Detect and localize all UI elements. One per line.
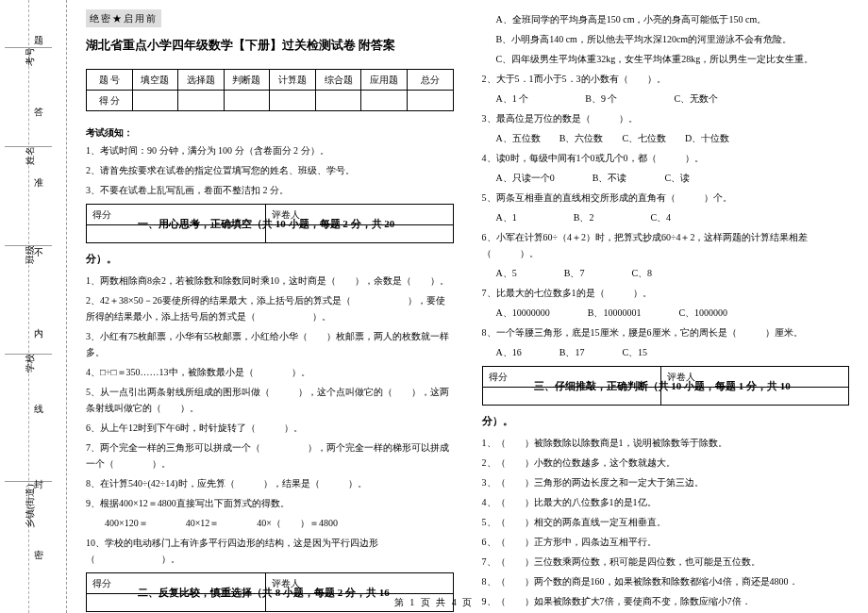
secret-label: 绝密★启用前: [86, 9, 161, 27]
seal-char: 线: [31, 396, 44, 402]
q: 5、从一点引出两条射线所组成的图形叫做（ ），这个点叫做它的（ ），这两条射线叫…: [86, 384, 454, 416]
margin-field-class: 班级: [24, 245, 37, 264]
content-columns: 绝密★启用前 湖北省重点小学四年级数学【下册】过关检测试卷 附答案 题 号 填空…: [67, 0, 868, 613]
margin-blank: [5, 481, 52, 482]
opt: C、四年级男生平均体重32kg，女生平均体重28kg，所以男生一定比女生重。: [496, 51, 850, 67]
q: 7、比最大的七位数多1的是（ ）。: [482, 285, 850, 301]
q: 3、（ ）三角形的两边长度之和一定大于第三边。: [482, 474, 850, 490]
margin-field-exam-no: 考号: [24, 47, 37, 66]
q: 1、（ ）被除数除以除数商是1，说明被除数等于除数。: [482, 435, 850, 451]
margin-field-school: 学校: [24, 354, 37, 373]
q: 8、（ ）两个数的商是160，如果被除数和除数都缩小4倍，商还是4800．: [482, 573, 850, 589]
seal-char: 准: [31, 170, 44, 175]
th: 选择题: [178, 70, 225, 91]
total-score-table: 题 号 填空题 选择题 判断题 计算题 综合题 应用题 总分 得 分: [86, 69, 454, 111]
seal-char: 不: [31, 240, 44, 246]
q: 5、（ ）相交的两条直线一定互相垂直。: [482, 514, 850, 530]
td: [224, 91, 270, 111]
q: 2、（ ）小数的位数越多，这个数就越大。: [482, 455, 850, 471]
margin-blank: [5, 47, 52, 48]
q: 6、小军在计算60÷（4＋2）时，把算式抄成60÷4＋2，这样两题的计算结果相差…: [482, 229, 850, 261]
th: 题 号: [87, 70, 133, 91]
right-column: A、全班同学的平均身高是150 cm，小亮的身高可能低于150 cm。 B、小明…: [482, 9, 850, 594]
section-3-tail: 分）。: [482, 412, 850, 430]
notice-item: 1、考试时间：90 分钟，满分为 100 分（含卷面分 2 分）。: [86, 142, 454, 158]
q: 8、在计算540÷(42÷14)时，应先算（ ），结果是（ ）。: [86, 475, 454, 491]
margin-blank: [5, 245, 52, 246]
q: 1、两数相除商8余2，若被除数和除数同时乘10，这时商是（ ），余数是（ ）。: [86, 273, 454, 289]
q: 5、两条互相垂直的直线相交所形成的直角有（ ）个。: [482, 190, 850, 206]
margin-blank: [5, 354, 52, 355]
td: [132, 91, 178, 111]
q: 10、学校的电动移门上有许多平行四边形的结构，这是因为平行四边形（ ）。: [86, 535, 454, 567]
margin-field-name: 姓名: [24, 146, 37, 165]
q: 2、大于5．1而小于5．3的小数有（ ）。: [482, 71, 850, 87]
seal-char: 内: [31, 321, 44, 326]
margin-field-town: 乡镇(街道): [24, 484, 37, 528]
seal-char: 封: [31, 472, 44, 477]
table-row: 得 分: [87, 91, 454, 111]
th: 应用题: [361, 70, 408, 91]
q: 4、□÷□＝350……13中，被除数最小是（ ）。: [86, 364, 454, 380]
td: [407, 91, 453, 111]
opt: A、10000000 B、10000001 C、1000000: [496, 305, 850, 321]
opt: A、1 B、2 C、4: [496, 209, 850, 225]
q: 7、两个完全一样的三角形可以拼成一个（ ），两个完全一样的梯形可以拼成一个（ ）…: [86, 439, 454, 472]
section-1-tail: 分）。: [86, 250, 454, 268]
td: 得 分: [87, 91, 133, 111]
th: 判断题: [224, 70, 270, 91]
notice-title: 考试须知：: [86, 124, 454, 141]
notice-item: 2、请首先按要求在试卷的指定位置填写您的姓名、班级、学号。: [86, 162, 454, 178]
left-column: 绝密★启用前 湖北省重点小学四年级数学【下册】过关检测试卷 附答案 题 号 填空…: [86, 9, 454, 594]
opt: A、5 B、7 C、8: [496, 265, 850, 281]
seal-char: 题: [31, 28, 44, 34]
opt: A、只读一个0 B、不读 C、读: [496, 170, 850, 186]
binding-margin: 考号 姓名 班级 学校 乡镇(街道) 题 答 准 不 内 线 封 密: [0, 0, 67, 613]
table-row: 题 号 填空题 选择题 判断题 计算题 综合题 应用题 总分: [87, 70, 454, 91]
q: 8、一个等腰三角形，底是15厘米，腰是6厘米，它的周长是（ ）厘米。: [482, 324, 850, 340]
q: 7、（ ）三位数乘两位数，积可能是四位数，也可能是五位数。: [482, 554, 850, 570]
th: 计算题: [270, 70, 316, 91]
margin-blank: [5, 146, 52, 147]
section-3-head: 三、仔细推敲，正确判断（共 10 小题，每题 1 分，共 10: [482, 377, 850, 395]
q: 3、小红有75枚邮票，小华有55枚邮票，小红给小华（ ）枚邮票，两人的枚数就一样…: [86, 328, 454, 360]
page-footer: 第 1 页 共 4 页: [0, 596, 868, 609]
q: 2、42＋38×50－26要使所得的结果最大，添上括号后的算式是（ ），要使所得…: [86, 292, 454, 324]
q: 4、读0时，每级中间有1个0或几个0，都（ ）。: [482, 150, 850, 166]
td: [270, 91, 316, 111]
section-1-head: 一、用心思考，正确填空（共 10 小题，每题 2 分，共 20: [86, 215, 454, 233]
paper-title: 湖北省重点小学四年级数学【下册】过关检测试卷 附答案: [86, 35, 454, 56]
opt: A、1 个 B、9 个 C、无数个: [496, 91, 850, 107]
td: [361, 91, 408, 111]
q: 6、（ ）正方形中，四条边互相平行。: [482, 534, 850, 550]
opt: A、16 B、17 C、15: [496, 344, 850, 360]
notice-item: 3、不要在试卷上乱写乱画，卷面不整洁扣 2 分。: [86, 182, 454, 198]
opt: A、全班同学的平均身高是150 cm，小亮的身高可能低于150 cm。: [496, 11, 850, 27]
seal-char: 密: [31, 542, 44, 548]
opt: B、小明身高140 cm，所以他去平均水深120cm的河里游泳不会有危险。: [496, 31, 850, 47]
q: 3、最高位是万位的数是（ ）。: [482, 110, 850, 126]
th: 填空题: [132, 70, 178, 91]
opt: A、五位数 B、六位数 C、七位数 D、十位数: [496, 130, 850, 146]
th: 总分: [407, 70, 453, 91]
q: 6、从上午12时到下午6时，时针旋转了（ ）。: [86, 420, 454, 436]
q: 9、根据400×12＝4800直接写出下面算式的得数。: [86, 495, 454, 511]
td: [178, 91, 225, 111]
q: 400×120＝ 40×12＝ 40×（ ）＝4800: [86, 515, 454, 531]
seal-char: 答: [31, 99, 44, 105]
td: [315, 91, 361, 111]
q: 4、（ ）比最大的八位数多1的是1亿。: [482, 494, 850, 510]
th: 综合题: [315, 70, 361, 91]
